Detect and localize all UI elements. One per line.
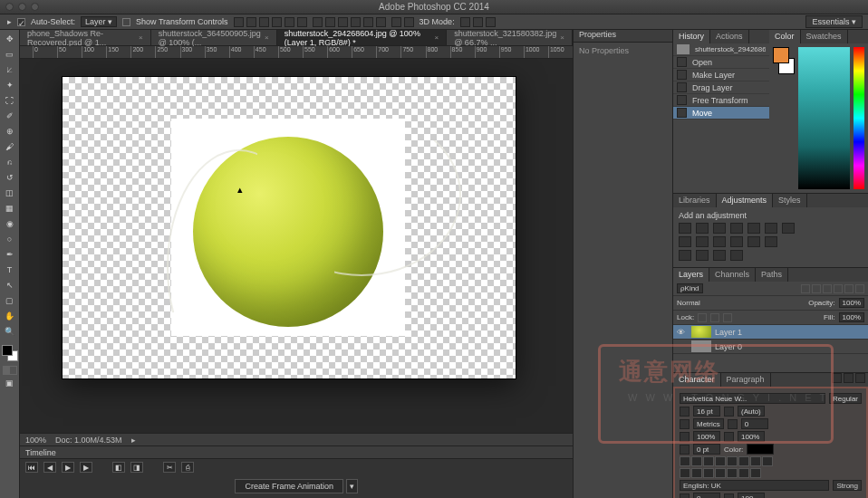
eyedropper-tool[interactable]: ✐: [2, 109, 18, 123]
type-style-buttons[interactable]: [680, 456, 862, 466]
color-tab[interactable]: Swatches: [801, 30, 848, 43]
font-size-field[interactable]: 16 pt: [693, 406, 720, 417]
zoom-level[interactable]: 100%: [25, 436, 46, 445]
arrange-icons[interactable]: [391, 17, 414, 27]
stamp-tool[interactable]: ⎌: [2, 155, 18, 169]
history-state-row[interactable]: Open: [673, 56, 769, 69]
kerning-field[interactable]: Metrics: [693, 418, 724, 429]
vscale-field[interactable]: 100%: [693, 431, 720, 442]
leading-field[interactable]: (Auto): [738, 406, 765, 417]
timeline-first-frame[interactable]: ⏮: [25, 462, 38, 473]
timeline-next-frame[interactable]: ▶: [80, 462, 92, 473]
create-frame-animation-dropdown[interactable]: ▾: [346, 479, 358, 493]
foreground-color-swatch[interactable]: [2, 345, 13, 356]
opentype-buttons[interactable]: [680, 468, 862, 478]
antialiasing-dropdown[interactable]: Strong: [833, 480, 862, 491]
layer-row[interactable]: 👁Layer 1: [673, 325, 868, 340]
history-state-row[interactable]: Free Transform: [673, 94, 769, 107]
blend-mode-dropdown[interactable]: Normal: [677, 299, 722, 307]
foreground-background-colors[interactable]: [2, 345, 18, 361]
timeline-opt3[interactable]: ✂: [163, 462, 176, 473]
auto-select-mode-dropdown[interactable]: Layer ▾: [81, 16, 117, 27]
opacity-value[interactable]: 100%: [839, 298, 864, 308]
shape-tool[interactable]: ▢: [2, 293, 18, 308]
layer-thumbnail[interactable]: [691, 340, 711, 352]
quick-mask-toggle[interactable]: [3, 366, 17, 375]
font-style-dropdown[interactable]: Regular: [829, 393, 862, 404]
timeline-play[interactable]: ▶: [62, 462, 74, 473]
char-panel-icon[interactable]: [832, 373, 842, 383]
move-tool[interactable]: ✥: [2, 32, 18, 46]
lock-all-icon[interactable]: [723, 313, 732, 322]
heal-tool[interactable]: ⊕: [2, 124, 18, 139]
hscale-field[interactable]: 100%: [738, 431, 765, 442]
adjustments-tab[interactable]: Styles: [773, 194, 807, 207]
lasso-tool[interactable]: ⟀: [2, 62, 18, 77]
doc-size[interactable]: Doc: 1.00M/4.53M: [55, 436, 122, 445]
document-canvas[interactable]: ▴: [63, 77, 516, 378]
properties-tab[interactable]: Properties: [574, 30, 672, 43]
close-tab-icon[interactable]: ×: [265, 34, 269, 42]
history-document-row[interactable]: shutterstock_294268604.jpg: [673, 43, 769, 56]
layer-visibility-icon[interactable]: 👁: [673, 328, 688, 337]
baseline-field[interactable]: 0 pt: [693, 444, 720, 455]
lock-pixels-icon[interactable]: [698, 313, 707, 322]
color-foreground-swatch[interactable]: [773, 47, 789, 63]
align-icons[interactable]: [234, 17, 307, 27]
screen-mode-toggle[interactable]: ▣: [2, 376, 18, 390]
layers-tab[interactable]: Layers: [673, 268, 709, 282]
layer-name[interactable]: Layer 0: [715, 342, 742, 351]
adjustments-row-1[interactable]: [679, 223, 863, 234]
pen-tool[interactable]: ✒: [2, 247, 18, 262]
history-state-row[interactable]: Drag Layer: [673, 81, 769, 94]
create-frame-animation-button[interactable]: Create Frame Animation: [235, 479, 343, 493]
type-tool[interactable]: T: [2, 263, 18, 277]
hue-slider[interactable]: [854, 47, 864, 189]
timeline-opt4[interactable]: ⎙: [181, 462, 194, 473]
history-brush-tool[interactable]: ↺: [2, 170, 18, 185]
timeline-prev-frame[interactable]: ◀: [43, 462, 56, 473]
wand-tool[interactable]: ✦: [2, 78, 18, 92]
angle-field[interactable]: 0: [693, 493, 720, 498]
layer-row[interactable]: Layer 0: [673, 340, 868, 354]
adjustments-row-3[interactable]: [679, 250, 863, 261]
layer-thumbnail[interactable]: [691, 326, 711, 338]
mode-3d-icons[interactable]: [460, 17, 496, 27]
dodge-tool[interactable]: ○: [2, 232, 18, 246]
layer-filter-icons[interactable]: [801, 284, 864, 293]
blur-tool[interactable]: ◉: [2, 216, 18, 231]
character-tab[interactable]: Character: [673, 373, 721, 387]
distribute-icons[interactable]: [313, 17, 386, 27]
eraser-tool[interactable]: ◫: [2, 186, 18, 200]
color-picker-field[interactable]: [798, 47, 850, 189]
char-panel-menu-icon[interactable]: [855, 373, 865, 383]
document-tab[interactable]: shutterstock_321580382.jpg @ 66.7% ...×: [447, 30, 573, 45]
char-panel-icon[interactable]: [844, 373, 854, 383]
language-dropdown[interactable]: English: UK: [680, 480, 829, 491]
fill-value[interactable]: 100%: [839, 312, 864, 322]
layer-name[interactable]: Layer 1: [715, 328, 742, 337]
path-tool[interactable]: ↖: [2, 278, 18, 292]
history-tab[interactable]: History: [673, 30, 710, 43]
history-state-row[interactable]: Make Layer: [673, 69, 769, 81]
workspace-switcher[interactable]: Essentials ▾: [805, 15, 863, 28]
text-color-swatch[interactable]: [747, 444, 774, 455]
marquee-tool[interactable]: ▭: [2, 47, 18, 62]
hand-tool[interactable]: ✋: [2, 309, 18, 323]
show-transform-checkbox[interactable]: [122, 18, 130, 26]
timeline-opt2[interactable]: ◨: [130, 462, 143, 473]
brush-tool[interactable]: 🖌: [2, 139, 18, 154]
close-tab-icon[interactable]: ×: [560, 34, 564, 42]
adjustments-tab[interactable]: Libraries: [673, 194, 717, 207]
tracking-field[interactable]: 0: [741, 418, 768, 429]
layer-filter-kind[interactable]: ρKind: [677, 283, 703, 293]
gradient-tool[interactable]: ▦: [2, 201, 18, 215]
color-tab[interactable]: Color: [769, 30, 801, 43]
layers-tab[interactable]: Paths: [756, 268, 788, 282]
character-tab[interactable]: Paragraph: [721, 373, 771, 387]
close-tab-icon[interactable]: ×: [139, 34, 143, 42]
font-family-dropdown[interactable]: Helvetica Neue W...: [680, 393, 825, 404]
crop-tool[interactable]: ⛶: [2, 93, 18, 108]
adjustments-row-2[interactable]: [679, 236, 863, 247]
history-tab[interactable]: Actions: [710, 30, 749, 43]
